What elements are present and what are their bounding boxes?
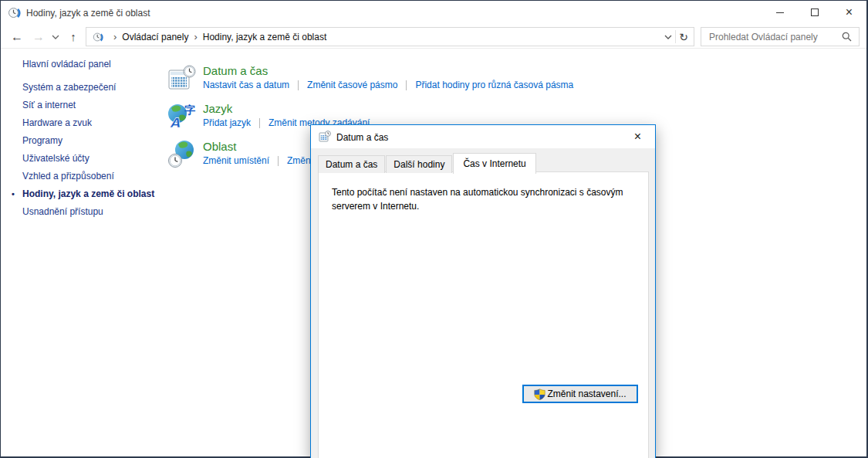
address-location-icon [93, 32, 103, 42]
sidebar-item-network-internet[interactable]: Síť a internet [22, 100, 165, 110]
tab-additional-clocks[interactable]: Další hodiny [386, 155, 452, 173]
sidebar-item-label: Hodiny, jazyk a země či oblast [22, 188, 154, 199]
svg-text:字: 字 [184, 103, 195, 116]
link-set-time-date[interactable]: Nastavit čas a datum [203, 80, 289, 90]
svg-text:A: A [170, 115, 181, 131]
change-settings-button[interactable]: Změnit nastavení... [522, 385, 638, 403]
sidebar-item-hardware-sound[interactable]: Hardware a zvuk [22, 118, 165, 128]
sidebar-item-user-accounts[interactable]: Uživatelské účty [22, 154, 165, 164]
sidebar: Hlavní ovládací panel Systém a zabezpeče… [22, 59, 165, 225]
address-dropdown-icon[interactable] [664, 34, 672, 40]
sidebar-item-appearance[interactable]: Vzhled a přizpůsobení [22, 171, 165, 182]
address-bar[interactable]: › Ovládací panely › Hodiny, jazyk a země… [86, 27, 694, 46]
internet-time-tab-panel: Tento počítač není nastaven na automatic… [318, 171, 649, 458]
history-dropdown-button[interactable] [49, 25, 62, 49]
title-bar: Hodiny, jazyk a země či oblast × [1, 1, 866, 25]
divider [675, 30, 676, 43]
close-icon: × [846, 6, 853, 19]
tab-date-time[interactable]: Datum a čas [318, 155, 385, 173]
up-button[interactable]: ↑ [64, 25, 83, 49]
close-icon: × [634, 130, 641, 144]
refresh-icon[interactable]: ↻ [679, 31, 688, 43]
sync-status-text: Tento počítač není nastaven na automatic… [332, 185, 636, 213]
date-time-icon [319, 131, 331, 143]
dialog-title-bar: Datum a čas × [311, 125, 655, 148]
change-settings-label: Změnit nastavení... [547, 388, 626, 399]
link-add-clocks[interactable]: Přidat hodiny pro různá časová pásma [415, 80, 573, 90]
link-change-location[interactable]: Změnit umístění [203, 155, 269, 166]
close-button[interactable]: × [832, 1, 866, 24]
maximize-button[interactable] [797, 1, 832, 24]
minimize-button[interactable] [762, 1, 797, 24]
search-box[interactable]: Prohledat Ovládací panely [701, 27, 860, 46]
category-title-language[interactable]: Jazyk [203, 102, 370, 115]
category-title-date-time[interactable]: Datum a čas [203, 64, 573, 77]
tab-internet-time[interactable]: Čas v Internetu [453, 153, 535, 174]
divider [259, 118, 260, 128]
sidebar-item-programs[interactable]: Programy [22, 136, 165, 146]
search-icon [842, 32, 852, 42]
minimize-icon [776, 12, 784, 13]
globe-language-icon: 字 A [167, 102, 197, 131]
back-button[interactable]: ← [7, 25, 27, 49]
divider [278, 156, 279, 166]
globe-clock-icon [167, 140, 197, 169]
breadcrumb-separator: › [113, 31, 117, 42]
dialog-tabs: Datum a čas Další hodiny Čas v Internetu [318, 153, 537, 173]
sidebar-item-ease-of-access[interactable]: Usnadnění přístupu [22, 207, 165, 217]
breadcrumb-current[interactable]: Hodiny, jazyk a země či oblast [203, 32, 327, 42]
calendar-clock-icon [167, 64, 197, 93]
breadcrumb-root[interactable]: Ovládací panely [122, 32, 188, 42]
search-placeholder: Prohledat Ovládací panely [709, 32, 842, 42]
uac-shield-icon [534, 388, 545, 400]
navigation-bar: ← → ↑ › Ovládací panely › Hodiny, jazyk … [1, 25, 866, 49]
category-date-time: Datum a čas Nastavit čas a datum Změnit … [167, 64, 599, 93]
sidebar-item-home[interactable]: Hlavní ovládací panel [22, 59, 165, 70]
divider [298, 80, 299, 90]
active-bullet-icon: • [12, 189, 15, 199]
window-title: Hodiny, jazyk a země či oblast [26, 8, 150, 19]
sidebar-item-clock-region[interactable]: • Hodiny, jazyk a země či oblast [22, 189, 165, 199]
divider [406, 80, 407, 90]
control-panel-window: Hodiny, jazyk a země či oblast × ← → ↑ ›… [0, 0, 868, 458]
dialog-title: Datum a čas [336, 132, 388, 143]
link-change-timezone[interactable]: Změnit časové pásmo [307, 80, 397, 90]
link-add-language[interactable]: Přidat jazyk [203, 117, 251, 128]
date-time-dialog: Datum a čas × Datum a čas Další hodiny Č… [310, 124, 656, 458]
sidebar-item-system-security[interactable]: Systém a zabezpečení [22, 83, 165, 93]
chevron-down-icon [52, 34, 59, 40]
dialog-close-button[interactable]: × [620, 125, 655, 148]
clock-region-icon [8, 6, 21, 19]
breadcrumb-separator: › [194, 31, 197, 42]
forward-button[interactable]: → [29, 25, 49, 49]
maximize-icon [811, 8, 819, 16]
